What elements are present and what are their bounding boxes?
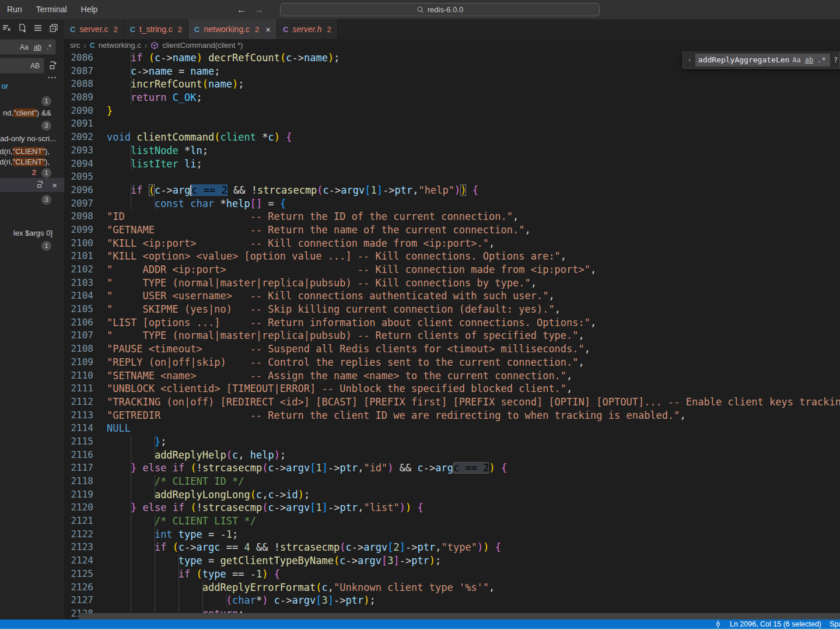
- tab-t_string.c[interactable]: Ct_string.c2: [124, 19, 188, 39]
- code-line[interactable]: 2091: [64, 117, 840, 131]
- search-result-row[interactable]: d(ri,"CLIENT"),: [0, 157, 64, 169]
- code-line[interactable]: 2117 } else if (!strcasecmp(c->argv[1]->…: [64, 461, 840, 475]
- code-line[interactable]: 2092void clientCommand(client *c) {: [64, 131, 840, 144]
- code-text: listIter li;: [107, 158, 202, 171]
- dismiss-icon[interactable]: ×: [52, 181, 57, 190]
- code-line[interactable]: 2100"KILL <ip:port> -- Kill connection m…: [64, 237, 840, 250]
- code-line[interactable]: 2095: [64, 170, 840, 184]
- find-query[interactable]: addReplyAggregateLen: [698, 55, 790, 64]
- code-line[interactable]: 2105" SKIPME (yes|no) -- Skip killing cu…: [64, 303, 840, 316]
- search-result-row[interactable]: d(ri,"CLIENT"),: [0, 146, 64, 158]
- code-line[interactable]: 2088 incrRefCount(name);: [64, 78, 840, 91]
- search-result-count-row[interactable]: 1: [0, 240, 64, 252]
- search-result-row[interactable]: or: [0, 81, 64, 93]
- indent-guide-line: [178, 568, 179, 581]
- back-arrow-icon[interactable]: ←: [237, 5, 246, 15]
- search-result-count-row[interactable]: 1: [0, 96, 64, 107]
- code-text: if (c->argc == 2 && !strcasecmp(c->argv[…: [107, 184, 478, 197]
- breadcrumb-root[interactable]: src: [70, 41, 80, 50]
- code-line[interactable]: 2102" ADDR <ip:port> -- Kill connection …: [64, 263, 840, 276]
- line-number: 2103: [64, 276, 93, 290]
- indent-guide-line: [131, 568, 131, 581]
- command-center[interactable]: redis-6.0.0: [280, 3, 600, 16]
- code-line[interactable]: 2093 listNode *ln;: [64, 144, 840, 158]
- code-line[interactable]: 2106"LIST [options ...] -- Return inform…: [64, 316, 840, 330]
- replace-icon[interactable]: [36, 180, 45, 190]
- code-text: c->name = name;: [107, 65, 220, 78]
- code-line[interactable]: 2097 const char *help[] = {: [64, 197, 840, 211]
- code-line[interactable]: 2099"GETNAME -- Return the name of the c…: [64, 223, 840, 237]
- code-line[interactable]: 2116 addReplyHelp(c, help);: [64, 449, 840, 462]
- code-line[interactable]: 2098"ID -- Return the ID of the current …: [64, 210, 840, 223]
- code-line[interactable]: 2109"REPLY (on|off|skip) -- Control the …: [64, 356, 840, 369]
- find-input[interactable]: addReplyAggregateLen Aa ab .*: [695, 54, 830, 66]
- toggle-replace-chevron-icon[interactable]: ›: [687, 55, 692, 64]
- find-whole-word-toggle[interactable]: ab: [804, 55, 814, 65]
- code-editor[interactable]: 2086 if (c->name) decrRefCount(c->name);…: [64, 51, 840, 620]
- line-number: 2108: [64, 342, 93, 356]
- code-line[interactable]: 2104" USER <username> -- Kill connection…: [64, 289, 840, 303]
- code-line[interactable]: 2120 } else if (!strcasecmp(c->argv[1]->…: [64, 501, 840, 514]
- code-line[interactable]: 2096 if (c->argc == 2 && !strcasecmp(c->…: [64, 184, 840, 197]
- indentation-status[interactable]: Spaces: 4: [830, 620, 840, 628]
- breadcrumb-file[interactable]: networking.c: [99, 41, 141, 50]
- search-result-row[interactable]: nd,"client") &&: [0, 108, 64, 120]
- c-file-icon: C: [130, 25, 135, 34]
- breadcrumb[interactable]: src › C networking.c › clientCommand(cli…: [64, 39, 840, 51]
- tab-label: server.c: [79, 24, 108, 34]
- search-result-actions-row[interactable]: ×: [0, 178, 64, 192]
- code-line[interactable]: 2110"SETNAME <name> -- Assign the name <…: [64, 369, 840, 383]
- code-line[interactable]: 2101"KILL <option> <value> [option value…: [64, 250, 840, 263]
- code-line[interactable]: 2119 addReplyLongLong(c,c->id);: [64, 488, 840, 502]
- code-line[interactable]: 2089 return C_OK;: [64, 91, 840, 104]
- indent-guide-line: [131, 594, 131, 607]
- search-result-count-row[interactable]: 3: [0, 120, 64, 132]
- menu-help[interactable]: Help: [74, 0, 105, 19]
- code-line[interactable]: 2115 };: [64, 435, 840, 449]
- code-line[interactable]: 2090}: [64, 104, 840, 118]
- indent-guide-line: [131, 541, 131, 554]
- find-regex-toggle[interactable]: .*: [816, 55, 827, 65]
- match-count-badge: 3: [41, 121, 51, 131]
- code-line[interactable]: 2112"TRACKING (on|off) [REDIRECT <id>] […: [64, 396, 840, 409]
- code-line[interactable]: 2118 /* CLIENT ID */: [64, 475, 840, 488]
- code-line[interactable]: 2127 (char*) c->argv[3]->ptr);: [64, 594, 840, 607]
- status-icon: [715, 620, 722, 628]
- code-text: addReplyHelp(c, help);: [107, 449, 286, 462]
- line-number: 2093: [64, 144, 93, 158]
- breadcrumb-symbol[interactable]: clientCommand(client *): [162, 41, 243, 50]
- find-match-case-toggle[interactable]: Aa: [791, 55, 802, 65]
- tab-server.h[interactable]: Cserver.h2: [277, 19, 338, 39]
- code-line[interactable]: 2111"UNBLOCK <clientid> [TIMEOUT|ERROR] …: [64, 382, 840, 396]
- code-line[interactable]: 2125 if (type == -1) {: [64, 568, 840, 581]
- search-result-row[interactable]: lex $args 0]: [0, 228, 64, 240]
- result-snippet: d(ri,"CLIENT"),: [0, 147, 50, 156]
- code-line[interactable]: 2124 type = getClientTypeByName(c->argv[…: [64, 554, 840, 568]
- code-line[interactable]: 2121 /* CLIENT LIST */: [64, 514, 840, 528]
- code-line[interactable]: 2103" TYPE (normal|master|replica|pubsub…: [64, 276, 840, 290]
- menu-run[interactable]: Run: [0, 0, 29, 19]
- code-text: addReplyLongLong(c,c->id);: [107, 488, 310, 502]
- indent-guide-line: [155, 594, 155, 607]
- code-line[interactable]: 2107" TYPE (normal|master|replica|pubsub…: [64, 329, 840, 342]
- search-result-count-row[interactable]: 3: [0, 194, 64, 206]
- code-line[interactable]: 2113"GETREDIR -- Return the client ID we…: [64, 409, 840, 422]
- code-line[interactable]: 2114NULL: [64, 422, 840, 435]
- search-result-row[interactable]: 221: [0, 167, 64, 179]
- cursor-position[interactable]: Ln 2096, Col 15 (6 selected): [730, 620, 821, 628]
- code-line[interactable]: 2123 if (c->argc == 4 && !strcasecmp(c->…: [64, 541, 840, 554]
- tab-server.c[interactable]: Cserver.c2: [64, 19, 124, 39]
- indent-guide-line: [155, 197, 155, 211]
- code-line[interactable]: 2122 int type = -1;: [64, 528, 840, 541]
- code-line[interactable]: 2094 listIter li;: [64, 158, 840, 171]
- close-icon[interactable]: ×: [265, 24, 271, 34]
- search-result-row[interactable]: ead-only no-scri...: [0, 134, 64, 145]
- indent-guide-line: [178, 554, 179, 568]
- tab-networking.c[interactable]: Cnetworking.c2×: [188, 19, 277, 39]
- menu-terminal[interactable]: Terminal: [29, 0, 74, 19]
- code-line[interactable]: 2108"PAUSE <timeout> -- Suspend all Redi…: [64, 342, 840, 356]
- horizontal-scrollbar[interactable]: [79, 613, 840, 620]
- forward-arrow-icon[interactable]: →: [254, 5, 264, 15]
- line-number: 2106: [64, 316, 93, 330]
- code-line[interactable]: 2126 addReplyErrorFormat(c,"Unknown clie…: [64, 581, 840, 594]
